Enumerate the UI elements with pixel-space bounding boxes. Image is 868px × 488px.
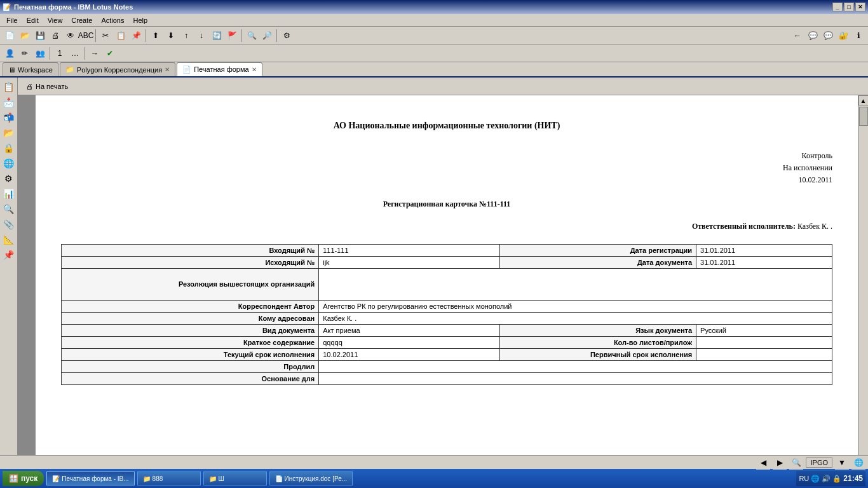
table-row: Текущий срок исполнения 10.02.2011 Перви… <box>62 348 832 360</box>
sidebar-icon-6[interactable]: 🌐 <box>2 156 16 170</box>
tb-spell[interactable]: ABC <box>79 29 93 43</box>
content-area: 🖨 На печать ▲ АО Национальные информацио… <box>18 78 868 455</box>
table-row: Резолюция вышестоящих организаций <box>62 268 832 300</box>
label-resolution: Резолюция вышестоящих организаций <box>62 268 319 300</box>
tb-print[interactable]: 🖨 <box>48 29 62 43</box>
tb2-arrow[interactable]: → <box>88 46 102 60</box>
tab-workspace[interactable]: 🖥 Workspace <box>3 62 58 76</box>
close-button[interactable]: ✕ <box>855 3 865 11</box>
tray-network-icon: 🌐 <box>811 475 820 483</box>
value-summary: qqqqq <box>319 336 500 348</box>
taskbar-item-888[interactable]: 📁 888 <box>137 471 201 485</box>
sep-1 <box>95 29 96 42</box>
tb-paste[interactable]: 📌 <box>129 29 143 43</box>
taskbar-item-doc-icon: 📄 <box>275 475 283 482</box>
menu-view[interactable]: View <box>44 15 67 25</box>
sidebar-icon-8[interactable]: 📊 <box>2 187 16 201</box>
tb-lock[interactable]: 🔐 <box>836 29 850 43</box>
start-icon: 🪟 <box>9 474 18 483</box>
tb-info[interactable]: ℹ <box>851 29 865 43</box>
sidebar-icon-4[interactable]: 📂 <box>2 126 16 140</box>
status-ipgo[interactable]: IPGO <box>806 458 832 468</box>
sidebar-icon-11[interactable]: 📐 <box>2 233 16 247</box>
print-button[interactable]: 🖨 На печать <box>23 81 71 92</box>
status-network[interactable]: 🌐 <box>851 456 865 470</box>
tab-printform-close[interactable]: ✕ <box>252 66 257 73</box>
taskbar-item-doc[interactable]: 📄 Инструкция.doc [Ре... <box>269 471 353 485</box>
value-incoming: 111-111 <box>319 244 500 256</box>
tb2-people[interactable]: 👥 <box>33 46 47 60</box>
tb2-compose[interactable]: ✏ <box>18 46 32 60</box>
status-arrow-right[interactable]: ▶ <box>773 456 787 470</box>
tb-save[interactable]: 💾 <box>33 29 47 43</box>
status-dropdown[interactable]: ▼ <box>835 456 849 470</box>
tb-up1[interactable]: ⬆ <box>149 29 163 43</box>
tb-cut[interactable]: ✂ <box>98 29 112 43</box>
sidebar-icon-5[interactable]: 🔒 <box>2 141 16 155</box>
scroll-thumb[interactable] <box>859 107 868 126</box>
clock: 21:45 <box>843 474 863 483</box>
tb-back[interactable]: ← <box>790 29 804 43</box>
tb-preview[interactable]: 👁 <box>64 29 78 43</box>
menu-help[interactable]: Help <box>129 15 151 25</box>
menu-file[interactable]: File <box>3 15 22 25</box>
sidebar-icon-10[interactable]: 📎 <box>2 217 16 231</box>
scroll-up[interactable]: ▲ <box>858 95 869 105</box>
tab-polygon[interactable]: 📁 Polygon Корреспонденция ✕ <box>60 62 175 76</box>
document-page: АО Национальные информационные технологи… <box>36 95 858 455</box>
tb-tool1[interactable]: ⚙ <box>280 29 294 43</box>
tb-down1[interactable]: ⬇ <box>164 29 178 43</box>
action-bar: 🖨 На печать <box>18 78 868 95</box>
value-reason <box>319 372 832 384</box>
sidebar-icon-9[interactable]: 🔍 <box>2 202 16 216</box>
status-zoom[interactable]: 🔍 <box>789 456 803 470</box>
tb-up2[interactable]: ↑ <box>179 29 193 43</box>
tb2-num[interactable]: 1 <box>53 46 67 60</box>
left-sidebar: 📋 📩 📬 📂 🔒 🌐 ⚙ 📊 🔍 📎 📐 📌 <box>0 78 18 455</box>
tb-new[interactable]: 📄 <box>3 29 17 43</box>
tb2-user[interactable]: 👤 <box>3 46 17 60</box>
sidebar-icon-7[interactable]: ⚙ <box>2 172 16 186</box>
tb-down2[interactable]: ↓ <box>194 29 208 43</box>
taskbar-item-lotus[interactable]: 📝 Печатная форма - IB... <box>46 471 134 485</box>
sidebar-icon-12[interactable]: 📌 <box>2 248 16 262</box>
tab-printform[interactable]: 📄 Печатная форма ✕ <box>177 62 262 76</box>
minimize-button[interactable]: _ <box>832 3 843 11</box>
tb-search[interactable]: 🔍 <box>245 29 259 43</box>
app-icon: 📝 <box>3 3 11 11</box>
tb-chat2[interactable]: 💬 <box>821 29 835 43</box>
taskbar-item-888-label: 888 <box>153 475 163 482</box>
tb-copy[interactable]: 📋 <box>114 29 128 43</box>
tb2-dots[interactable]: … <box>68 46 82 60</box>
control-block: Контроль На исполнении 10.02.2011 <box>61 150 832 187</box>
tb2-check[interactable]: ✔ <box>103 46 117 60</box>
menu-edit[interactable]: Edit <box>23 15 43 25</box>
scrollbar-vertical[interactable]: ▲ <box>858 95 868 455</box>
start-button[interactable]: 🪟 пуск <box>3 471 44 486</box>
value-outgoing: ijk <box>319 256 500 268</box>
table-row: Входящий № 111-111 Дата регистрации 31.0… <box>62 244 832 256</box>
table-row: Продлил <box>62 360 832 372</box>
taskbar-item-sh[interactable]: 📁 Ш <box>203 471 267 485</box>
tab-printform-label: Печатная форма <box>194 65 248 73</box>
menu-create[interactable]: Create <box>67 15 96 25</box>
tb-open[interactable]: 📂 <box>18 29 32 43</box>
maximize-button[interactable]: □ <box>844 3 854 11</box>
tb-refresh[interactable]: 🔄 <box>210 29 224 43</box>
sidebar-icon-3[interactable]: 📬 <box>2 111 16 125</box>
table-row: Кому адресован Казбек К. . <box>62 312 832 324</box>
tb-chat1[interactable]: 💬 <box>806 29 820 43</box>
menu-actions[interactable]: Actions <box>97 15 128 25</box>
tb-flag[interactable]: 🚩 <box>225 29 239 43</box>
status-arrow-left[interactable]: ◀ <box>756 456 770 470</box>
tab-polygon-close[interactable]: ✕ <box>165 66 170 73</box>
table-row: Корреспондент Автор Агентство РК по регу… <box>62 300 832 312</box>
document-view: ▲ АО Национальные информационные техноло… <box>18 95 868 455</box>
value-doc-date: 31.01.2011 <box>696 256 832 268</box>
tb-find[interactable]: 🔎 <box>260 29 274 43</box>
sidebar-icon-2[interactable]: 📩 <box>2 95 16 109</box>
table-row: Основание для <box>62 372 832 384</box>
value-current-deadline: 10.02.2011 <box>319 348 500 360</box>
sidebar-icon-1[interactable]: 📋 <box>2 80 16 94</box>
responsible-line: Ответственный исполнитель: Казбек К. . <box>61 222 832 231</box>
